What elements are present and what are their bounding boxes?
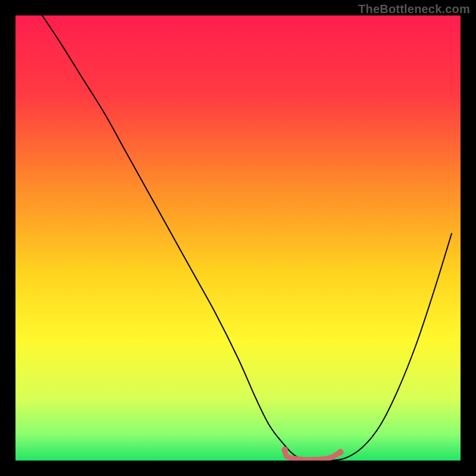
highlight-dot (281, 447, 288, 453)
highlight-dot (337, 449, 344, 455)
plot-area (15, 15, 461, 461)
chart-svg (15, 15, 461, 461)
attribution-label: TheBottleneck.com (358, 2, 470, 16)
gradient-background (15, 15, 461, 461)
chart-frame: TheBottleneck.com (0, 0, 476, 476)
